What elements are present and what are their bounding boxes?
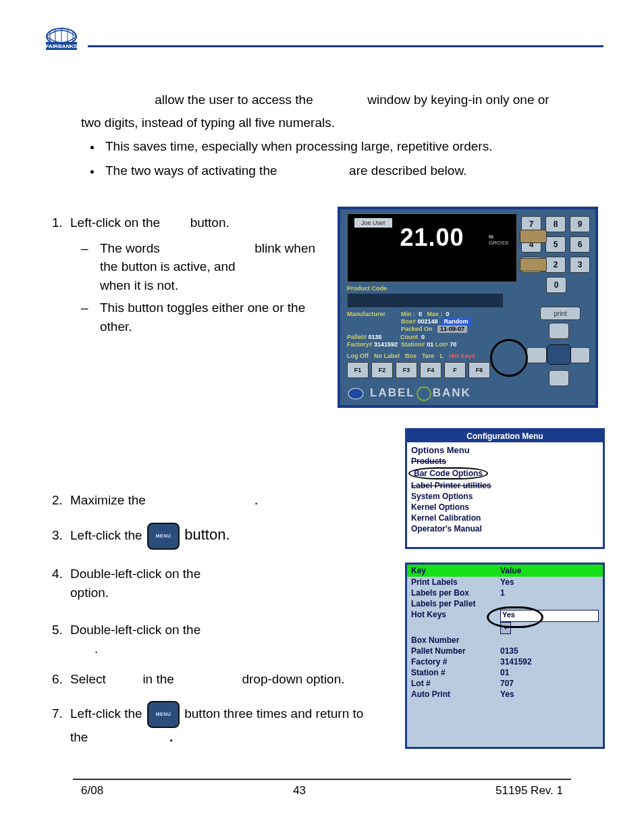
- footer-left: 6/08: [81, 784, 103, 798]
- cfg-item[interactable]: Label Printer utilities: [411, 481, 599, 490]
- cfg-title: Configuration Menu: [407, 430, 603, 442]
- page-header: FAIRBANKS: [41, 27, 603, 57]
- cfg-item[interactable]: System Options: [411, 492, 599, 501]
- f6-key[interactable]: F6: [468, 362, 490, 378]
- step-1-dash-1: The words blink when the button is activ…: [81, 239, 324, 295]
- callout-circle-icon: [490, 339, 528, 377]
- f2-key[interactable]: F2: [371, 362, 393, 378]
- f3-key[interactable]: F3: [396, 362, 417, 378]
- step-6: Select in the drop-down option.: [66, 670, 378, 689]
- key-6[interactable]: 6: [570, 236, 590, 253]
- intro-bullet-2: The two ways of activating the are descr…: [101, 161, 603, 180]
- page-footer: 6/08 43 51195 Rev. 1: [41, 784, 603, 818]
- footer-right: 51195 Rev. 1: [495, 784, 563, 798]
- svg-text:FAIRBANKS: FAIRBANKS: [46, 43, 78, 49]
- kv-value-header: Value: [496, 565, 525, 577]
- info-fields: Min : 0 Max : 0 Box# 002148 Random Packe…: [401, 311, 471, 332]
- f4-key[interactable]: F4: [420, 362, 441, 378]
- nav-pad: [527, 323, 590, 386]
- step-3: Left-click the button.: [66, 523, 378, 550]
- fkey-row: F1 F2 F3 F4 F F6: [347, 362, 490, 378]
- key-2[interactable]: 2: [545, 257, 566, 273]
- menu-button-icon[interactable]: [147, 523, 180, 550]
- user-name: Joe User: [354, 218, 392, 228]
- cfg-item-barcode[interactable]: Bar Code Options: [411, 467, 599, 479]
- print-button[interactable]: print: [540, 307, 581, 320]
- weight-display: Joe User 21.00 lb GROSS: [347, 213, 517, 282]
- product-code-label: Product Code: [347, 285, 387, 292]
- cfg-item[interactable]: Kernel Options: [411, 502, 599, 512]
- f1-key[interactable]: F1: [347, 362, 369, 378]
- cfg-heading: Options Menu: [411, 445, 599, 455]
- nav-right-button[interactable]: [570, 347, 590, 363]
- brand-bar: LABELBANK: [347, 386, 471, 401]
- nav-left-button[interactable]: [527, 347, 547, 363]
- nav-up-button[interactable]: [549, 323, 569, 339]
- cfg-item[interactable]: Kernel Calibration: [411, 513, 599, 523]
- bottom-labels: Log OffNo LabelBoxTareLHot Keys: [347, 353, 481, 359]
- brand-logo-icon: [347, 387, 365, 400]
- manufacturer-label: Manufacturer: [347, 311, 385, 317]
- cfg-item[interactable]: Products: [411, 457, 599, 466]
- aux-button-2[interactable]: [520, 258, 547, 271]
- chevron-down-icon[interactable]: [500, 622, 511, 634]
- key-0[interactable]: 0: [546, 277, 566, 293]
- kv-key-header: Key: [407, 565, 496, 577]
- key-9[interactable]: 9: [570, 216, 590, 232]
- product-code-input[interactable]: [347, 293, 504, 308]
- intro-line1b: window by keying-in only one or: [367, 93, 549, 107]
- step-5: Double-left-click on the .: [66, 621, 378, 658]
- footer-center: 43: [293, 784, 306, 798]
- key-3[interactable]: 3: [570, 257, 590, 273]
- header-rule: [88, 45, 603, 47]
- intro-bullet-1: This saves time, especially when process…: [101, 137, 603, 156]
- cfg-item[interactable]: Operator's Manual: [411, 524, 599, 533]
- options-table-screenshot: Key Value Print LabelsYes Labels per Box…: [405, 563, 605, 749]
- key-8[interactable]: 8: [545, 216, 566, 232]
- configuration-menu-screenshot: Configuration Menu Options Menu Products…: [405, 428, 605, 549]
- hotkeys-select[interactable]: Yes: [496, 609, 603, 635]
- intro-line1a: allow the user to access the: [155, 93, 313, 107]
- footer-rule: [73, 779, 571, 780]
- svg-point-8: [348, 388, 363, 399]
- step-2: Maximize the .: [66, 489, 378, 511]
- intro-line2: two digits, instead of typing all five n…: [81, 113, 603, 132]
- step-1: Left-click on the button. The words blin…: [66, 213, 324, 336]
- nav-down-button[interactable]: [549, 370, 569, 386]
- step-1-dash-2: This button toggles either one or the ot…: [81, 298, 324, 336]
- fairbanks-logo-icon: FAIRBANKS: [41, 27, 82, 57]
- key-5[interactable]: 5: [545, 236, 566, 253]
- device-screenshot: Joe User 21.00 lb GROSS 789 456 123 0 Pr…: [338, 207, 598, 408]
- intro-block: allow the user to access the window by k…: [41, 90, 603, 180]
- step-4: Double-left-click on the option.: [66, 565, 378, 602]
- f5-key[interactable]: F: [444, 362, 466, 378]
- nav-menu-button[interactable]: [547, 344, 571, 365]
- menu-button-icon[interactable]: [147, 701, 180, 728]
- keypad: 789 456 123 0: [521, 216, 591, 297]
- step-7: Left-click the button three times and re…: [66, 701, 378, 747]
- aux-button-1[interactable]: [520, 230, 547, 243]
- pallet-info: Pallet# 0135 Count 0 Factory# 3141592 St…: [347, 334, 456, 349]
